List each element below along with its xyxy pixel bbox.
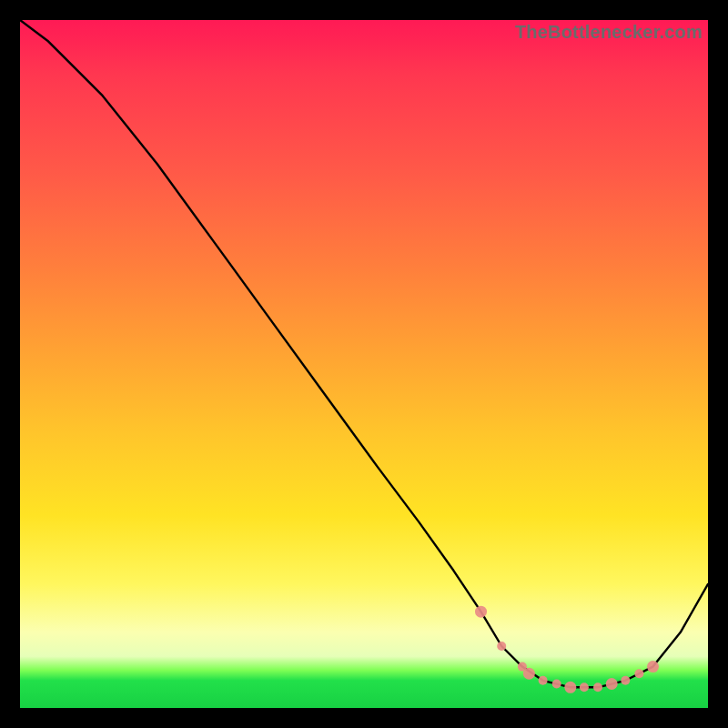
- marker-point: [606, 678, 618, 690]
- marker-point: [647, 661, 659, 672]
- marker-point: [593, 682, 602, 692]
- plot-area: [20, 20, 708, 708]
- marker-point: [523, 668, 535, 680]
- marker-point: [621, 676, 630, 685]
- marker-point: [497, 642, 506, 651]
- series-markers: [475, 606, 659, 693]
- series-curve: [20, 20, 708, 687]
- marker-point: [580, 682, 589, 692]
- marker-point: [475, 606, 487, 618]
- chart-svg: [20, 20, 708, 708]
- chart-frame: TheBottlenecker.com: [20, 20, 708, 708]
- marker-point: [552, 680, 561, 689]
- marker-point: [634, 669, 643, 678]
- marker-point: [564, 682, 576, 693]
- marker-point: [539, 676, 548, 685]
